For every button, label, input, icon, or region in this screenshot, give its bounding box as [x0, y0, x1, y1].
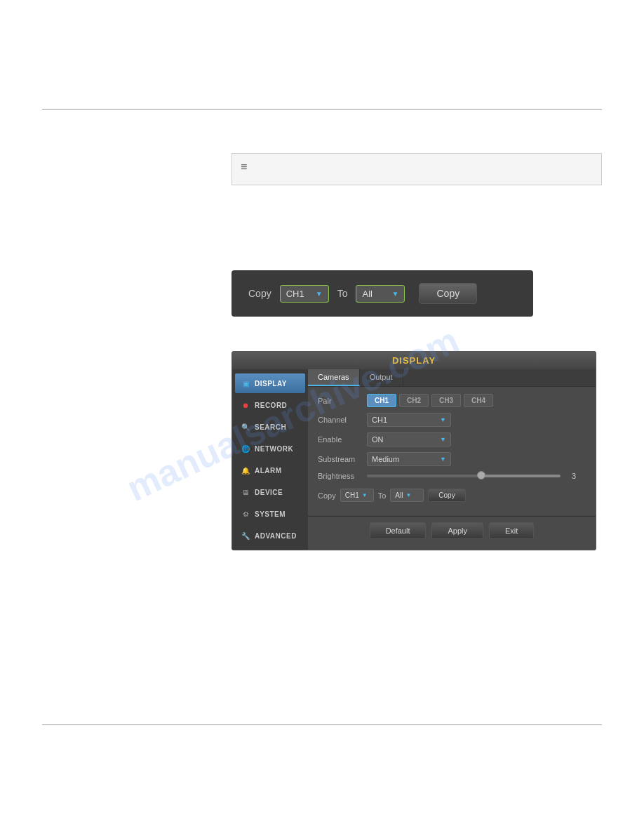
- copy-ch-value: CH1: [286, 289, 304, 299]
- sidebar-label-system: SYSTEM: [255, 510, 286, 518]
- exit-button[interactable]: Exit: [489, 522, 534, 539]
- copy-all-value: All: [362, 289, 372, 299]
- cameras-content: Pair CH1 CH2 CH3 CH4 Channel CH1 ▼ Ena: [308, 387, 596, 516]
- sidebar-label-alarm: ALARM: [255, 467, 282, 475]
- copy-all-dropdown[interactable]: All ▼: [356, 285, 405, 303]
- dvr-title: DISPLAY: [232, 352, 596, 369]
- pair-ch1-button[interactable]: CH1: [367, 394, 396, 407]
- sidebar-item-network[interactable]: 🌐 NETWORK: [235, 439, 305, 458]
- sidebar-label-display: DISPLAY: [255, 380, 287, 388]
- sidebar-item-search[interactable]: 🔍 SEARCH: [235, 417, 305, 437]
- dvr-window: DISPLAY ▣ DISPLAY ⏺ RECORD 🔍 SEARCH 🌐 NE…: [232, 351, 596, 550]
- dvr-copy-ch-value: CH1: [345, 491, 359, 499]
- pair-row: Pair CH1 CH2 CH3 CH4: [318, 394, 586, 407]
- sidebar-label-search: SEARCH: [255, 423, 286, 431]
- sidebar-label-record: RECORD: [255, 402, 287, 409]
- substream-row: Substream Medium ▼: [318, 452, 586, 466]
- dvr-main-panel: Cameras Output Pair CH1 CH2 CH3 CH4 Chan…: [308, 369, 596, 550]
- copy-text-label: Copy: [248, 288, 271, 299]
- brightness-row: Brightness 3: [318, 472, 586, 480]
- enable-label: Enable: [318, 435, 367, 444]
- dvr-copy-all-dropdown[interactable]: All ▼: [390, 489, 424, 502]
- note-text-line2: [241, 173, 593, 179]
- substream-select-value: Medium: [372, 455, 399, 463]
- tab-cameras[interactable]: Cameras: [308, 369, 360, 386]
- record-icon: ⏺: [241, 400, 250, 410]
- channel-row: Channel CH1 ▼: [318, 413, 586, 427]
- note-icon: ≡: [241, 161, 247, 173]
- sidebar-item-device[interactable]: 🖥 DEVICE: [235, 482, 305, 502]
- dvr-copy-ch-dropdown[interactable]: CH1 ▼: [340, 489, 374, 502]
- top-rule: [42, 109, 602, 110]
- device-icon: 🖥: [241, 487, 250, 497]
- substream-select[interactable]: Medium ▼: [367, 452, 451, 466]
- dvr-copy-row: Copy CH1 ▼ To All ▼ Copy: [318, 489, 586, 502]
- sidebar-item-system[interactable]: ⚙ SYSTEM: [235, 504, 305, 524]
- sidebar-label-device: DEVICE: [255, 489, 283, 496]
- channel-select[interactable]: CH1 ▼: [367, 413, 451, 427]
- pair-ch3-button[interactable]: CH3: [431, 394, 461, 407]
- monitor-icon: ▣: [241, 378, 250, 388]
- dvr-tab-bar: Cameras Output: [308, 369, 596, 387]
- copy-standalone-button[interactable]: Copy: [419, 283, 477, 304]
- channel-label: Channel: [318, 416, 367, 424]
- enable-select-arrow-icon: ▼: [440, 436, 446, 443]
- channel-select-value: CH1: [372, 416, 387, 424]
- dvr-copy-label: Copy: [318, 491, 336, 500]
- copy-bar-standalone: Copy CH1 ▼ To All ▼ Copy: [232, 270, 533, 317]
- system-gear-icon: ⚙: [241, 509, 250, 519]
- sidebar-item-record[interactable]: ⏺ RECORD: [235, 395, 305, 415]
- sidebar-item-advanced[interactable]: 🔧 ADVANCED: [235, 526, 305, 545]
- dvr-sidebar: ▣ DISPLAY ⏺ RECORD 🔍 SEARCH 🌐 NETWORK 🔔 …: [232, 369, 308, 550]
- enable-select[interactable]: ON ▼: [367, 432, 451, 446]
- advanced-wrench-icon: 🔧: [241, 531, 250, 541]
- sidebar-label-advanced: ADVANCED: [255, 532, 297, 540]
- note-box: ≡: [232, 153, 602, 185]
- tab-output[interactable]: Output: [360, 369, 403, 386]
- enable-select-value: ON: [372, 435, 384, 444]
- brightness-thumb: [477, 471, 485, 479]
- dvr-copy-button[interactable]: Copy: [428, 489, 465, 502]
- brightness-value: 3: [572, 472, 586, 480]
- pair-ch2-button[interactable]: CH2: [399, 394, 429, 407]
- apply-button[interactable]: Apply: [431, 522, 483, 539]
- brightness-label: Brightness: [318, 472, 367, 480]
- substream-label: Substream: [318, 455, 367, 463]
- sidebar-item-alarm[interactable]: 🔔 ALARM: [235, 461, 305, 480]
- default-button[interactable]: Default: [370, 522, 427, 539]
- dvr-copy-all-arrow-icon: ▼: [405, 492, 411, 498]
- copy-ch-arrow-icon: ▼: [316, 290, 323, 298]
- dvr-bottom-buttons: Default Apply Exit: [308, 516, 596, 545]
- enable-row: Enable ON ▼: [318, 432, 586, 446]
- brightness-slider[interactable]: [367, 475, 561, 477]
- copy-ch-dropdown[interactable]: CH1 ▼: [280, 285, 329, 303]
- channel-select-arrow-icon: ▼: [440, 416, 446, 423]
- search-icon: 🔍: [241, 422, 250, 432]
- dvr-copy-to-label: To: [378, 491, 387, 500]
- pair-ch4-button[interactable]: CH4: [464, 394, 493, 407]
- substream-select-arrow-icon: ▼: [440, 456, 446, 463]
- bottom-rule: [42, 724, 602, 725]
- pair-label: Pair: [318, 397, 367, 405]
- alarm-icon: 🔔: [241, 465, 250, 475]
- globe-icon: 🌐: [241, 444, 250, 454]
- sidebar-item-display[interactable]: ▣ DISPLAY: [235, 373, 305, 393]
- dvr-copy-ch-arrow-icon: ▼: [362, 492, 368, 498]
- copy-to-label: To: [337, 288, 348, 299]
- copy-all-arrow-icon: ▼: [392, 290, 399, 298]
- sidebar-label-network: NETWORK: [255, 445, 293, 453]
- dvr-copy-all-value: All: [395, 491, 403, 499]
